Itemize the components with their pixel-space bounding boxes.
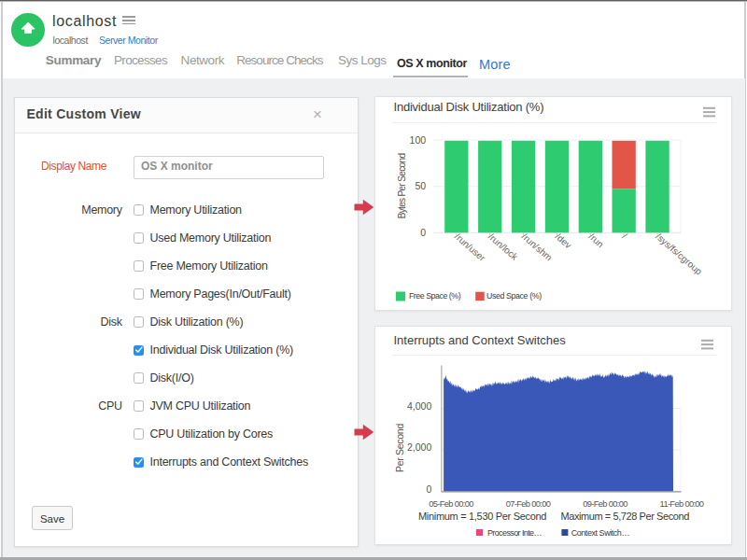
svg-text:Processor Inte…: Processor Inte… xyxy=(486,528,541,538)
svg-text:Bytes Per Second: Bytes Per Second xyxy=(396,153,406,218)
svg-text:0: 0 xyxy=(420,226,426,237)
svg-text:Individual Disk Utilization (%: Individual Disk Utilization (%) xyxy=(393,100,543,114)
svg-text:2,000: 2,000 xyxy=(407,441,431,453)
svg-text:Minimum = 1,530 Per Second: Minimum = 1,530 Per Second xyxy=(418,511,546,522)
svg-text:Maximum = 5,728 Per Second: Maximum = 5,728 Per Second xyxy=(560,511,689,522)
svg-text:100: 100 xyxy=(409,133,426,145)
svg-text:/run/user: /run/user xyxy=(452,231,487,263)
svg-text:/run/shm: /run/shm xyxy=(519,231,554,262)
svg-text:/run/lock: /run/lock xyxy=(486,231,519,262)
svg-text:Free Space (%): Free Space (%) xyxy=(408,291,460,301)
svg-text:50: 50 xyxy=(415,180,426,191)
svg-text:11-Feb 00:00: 11-Feb 00:00 xyxy=(659,499,703,509)
svg-text:/dev: /dev xyxy=(553,231,572,250)
svg-text:Used Space (%): Used Space (%) xyxy=(486,291,542,301)
svg-text:Interrupts and Context Switche: Interrupts and Context Switches xyxy=(393,333,566,347)
svg-text:09-Feb 00:00: 09-Feb 00:00 xyxy=(583,499,627,509)
svg-text:/run: /run xyxy=(586,231,605,249)
svg-text:Per Second: Per Second xyxy=(393,424,404,472)
svg-text:/sys/fs/cgroup: /sys/fs/cgroup xyxy=(654,231,704,276)
svg-text:Context Switch…: Context Switch… xyxy=(571,528,628,538)
svg-text:07-Feb 00:00: 07-Feb 00:00 xyxy=(505,499,550,509)
svg-text:0: 0 xyxy=(426,483,431,495)
svg-text:4,000: 4,000 xyxy=(407,400,431,412)
svg-text:05-Feb 00:00: 05-Feb 00:00 xyxy=(429,499,473,509)
